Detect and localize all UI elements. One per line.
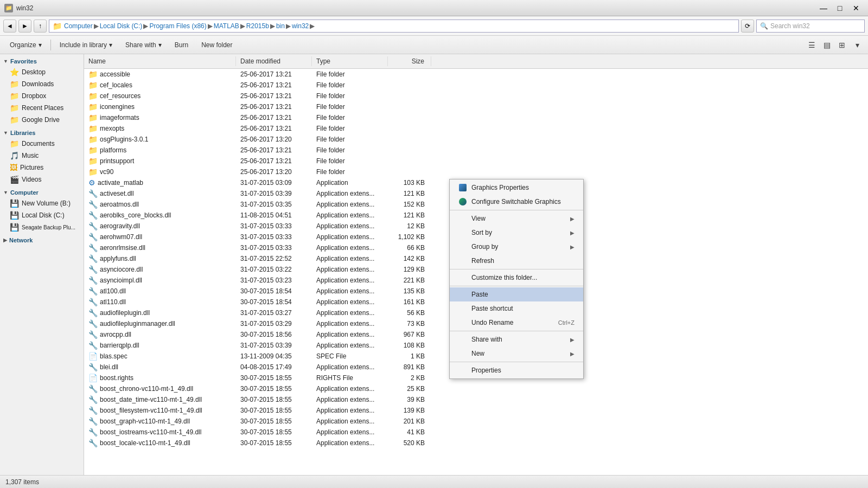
sidebar-item-recent[interactable]: 📁 Recent Places (0, 102, 84, 114)
table-row[interactable]: 📁cef_locales 25-06-2017 13:21 File folde… (84, 80, 868, 91)
include-library-button[interactable]: Include in library ▾ (54, 38, 118, 52)
sidebar-item-dropbox[interactable]: 📁 Dropbox (0, 90, 84, 102)
context-menu-item-new[interactable]: New ▶ (450, 346, 583, 361)
context-menu-item-paste[interactable]: Paste (450, 287, 583, 301)
view-chevron-icon[interactable]: ▾ (851, 38, 864, 52)
context-menu-item-customize[interactable]: Customize this folder... (450, 271, 583, 285)
refresh-button[interactable]: ⟳ (741, 20, 754, 33)
context-menu-item-graphics-properties[interactable]: Graphics Properties (450, 181, 583, 195)
sidebar-header-favorites[interactable]: ▼ Favorites (0, 56, 84, 66)
folder-icon: 📁 (88, 70, 98, 79)
table-row[interactable]: 📁iconengines 25-06-2017 13:21 File folde… (84, 101, 868, 112)
sidebar-header-network[interactable]: ▶ Network (0, 235, 84, 245)
back-button[interactable]: ◄ (3, 20, 16, 33)
newvolume-label: New Volume (B:) (22, 200, 71, 207)
menu-item-icon (458, 349, 467, 358)
dll-icon: 🔧 (88, 254, 98, 263)
share-chevron-icon: ▾ (158, 41, 162, 49)
path-computer[interactable]: Computer (64, 22, 93, 30)
path-localdisk[interactable]: Local Disk (C:) (100, 22, 143, 30)
sidebar-header-libraries[interactable]: ▼ Libraries (0, 128, 84, 138)
include-label: Include in library (60, 41, 107, 49)
file-size: 142 KB (388, 254, 431, 263)
context-menu-item-sort-by[interactable]: Sort by ▶ (450, 226, 583, 240)
path-win32[interactable]: win32 (292, 22, 309, 30)
col-header-type[interactable]: Type (312, 56, 388, 66)
path-folder-icon: 📁 (53, 22, 62, 30)
sidebar-item-desktop[interactable]: ⭐ Desktop (0, 66, 84, 78)
file-size: 121 KB (388, 211, 431, 220)
close-button[interactable]: ✕ (848, 2, 864, 14)
table-row[interactable]: 🔧boost_filesystem-vc110-mt-1_49.dll 30-0… (84, 405, 868, 416)
view-details-button[interactable]: ▤ (820, 38, 833, 52)
file-size (388, 74, 431, 75)
file-type: Application extens... (312, 384, 388, 393)
context-menu-item-undo-rename[interactable]: Undo Rename Ctrl+Z (450, 316, 583, 330)
sidebar-item-pictures[interactable]: 🖼 Pictures (0, 162, 84, 174)
organize-button[interactable]: Organize ▾ (4, 38, 47, 52)
file-type: Application extens... (312, 276, 388, 285)
file-name: 🔧audiofilepluginmanager.dll (84, 319, 236, 329)
context-menu-item-share-with[interactable]: Share with ▶ (450, 332, 583, 346)
context-menu-label: Customize this folder... (471, 274, 537, 281)
context-menu-item-configure-switchable[interactable]: Configure Switchable Graphics (450, 195, 583, 209)
table-row[interactable]: 🔧boost_chrono-vc110-mt-1_49.dll 30-07-20… (84, 383, 868, 394)
minimize-button[interactable]: — (816, 2, 831, 14)
table-row[interactable]: 📁printsupport 25-06-2017 13:21 File fold… (84, 156, 868, 166)
path-r2015b[interactable]: R2015b (246, 22, 269, 30)
exe-icon: ⚙ (88, 178, 95, 187)
sidebar-item-google-drive[interactable]: 📁 Google Drive (0, 114, 84, 126)
context-menu-item-refresh[interactable]: Refresh (450, 254, 583, 268)
view-icons-button[interactable]: ⊞ (835, 38, 848, 52)
sidebar-item-newvolume[interactable]: 💾 New Volume (B:) (0, 197, 84, 209)
context-menu: Graphics Properties Configure Switchable… (449, 179, 584, 379)
table-row[interactable]: 🔧boost_graph-vc110-mt-1_49.dll 30-07-201… (84, 416, 868, 427)
file-date: 30-07-2015 18:55 (236, 406, 312, 415)
path-matlab[interactable]: MATLAB (214, 22, 239, 30)
address-path[interactable]: 📁 Computer ▶ Local Disk (C:) ▶ Program F… (49, 20, 739, 33)
table-row[interactable]: 📁accessible 25-06-2017 13:21 File folder (84, 69, 868, 80)
table-row[interactable]: 📁osgPlugins-3.0.1 25-06-2017 13:20 File … (84, 134, 868, 145)
sidebar-item-videos[interactable]: 🎬 Videos (0, 174, 84, 185)
col-header-name[interactable]: Name (84, 56, 236, 66)
view-list-button[interactable]: ☰ (805, 38, 818, 52)
col-header-size[interactable]: Size (388, 56, 431, 66)
context-menu-item-view[interactable]: View ▶ (450, 211, 583, 226)
table-row[interactable]: 📁platforms 25-06-2017 13:21 File folder (84, 145, 868, 156)
table-row[interactable]: 🔧boost_iostreams-vc110-mt-1_49.dll 30-07… (84, 427, 868, 438)
table-row[interactable]: 📁cef_resources 25-06-2017 13:21 File fol… (84, 91, 868, 101)
share-button[interactable]: Share with ▾ (120, 38, 167, 52)
folder-icon: 📁 (88, 81, 98, 89)
file-name: 🔧atl110.dll (84, 297, 236, 307)
main-layout: ▼ Favorites ⭐ Desktop 📁 Downloads 📁 Drop… (0, 54, 868, 475)
context-menu-item-paste-shortcut[interactable]: Paste shortcut (450, 301, 583, 316)
sidebar-item-music[interactable]: 🎵 Music (0, 150, 84, 162)
path-programfiles[interactable]: Program Files (x86) (149, 22, 206, 30)
dll-icon: 🔧 (88, 395, 98, 404)
dll-icon: 🔧 (88, 363, 98, 371)
up-button[interactable]: ↑ (34, 20, 47, 33)
sidebar-item-documents[interactable]: 📁 Documents (0, 138, 84, 150)
forward-button[interactable]: ► (18, 20, 31, 33)
menu-item-icon (458, 228, 467, 237)
path-bin[interactable]: bin (276, 22, 285, 30)
search-box[interactable]: 🔍 Search win32 (756, 20, 865, 33)
sidebar-header-computer[interactable]: ▼ Computer (0, 188, 84, 197)
table-row[interactable]: 📁vc90 25-06-2017 13:20 File folder (84, 166, 868, 177)
context-menu-item-properties[interactable]: Properties (450, 363, 583, 377)
file-name: 🔧aeronrlmsise.dll (84, 243, 236, 253)
table-row[interactable]: 📁mexopts 25-06-2017 13:21 File folder (84, 123, 868, 134)
maximize-button[interactable]: □ (832, 2, 847, 14)
table-row[interactable]: 🔧boost_locale-vc110-mt-1_49.dll 30-07-20… (84, 438, 868, 448)
dll-icon: 🔧 (88, 309, 98, 317)
table-row[interactable]: 🔧boost_date_time-vc110-mt-1_49.dll 30-07… (84, 394, 868, 405)
burn-button[interactable]: Burn (169, 38, 194, 52)
context-menu-label: Group by (471, 243, 498, 251)
table-row[interactable]: 📁imageformats 25-06-2017 13:21 File fold… (84, 112, 868, 123)
sidebar-item-seagate[interactable]: 💾 Seagate Backup Plu... (0, 221, 84, 233)
new-folder-button[interactable]: New folder (196, 38, 238, 52)
col-header-date[interactable]: Date modified (236, 56, 312, 66)
sidebar-item-localdisk[interactable]: 💾 Local Disk (C:) (0, 209, 84, 221)
context-menu-item-group-by[interactable]: Group by ▶ (450, 240, 583, 254)
sidebar-item-downloads[interactable]: 📁 Downloads (0, 78, 84, 90)
